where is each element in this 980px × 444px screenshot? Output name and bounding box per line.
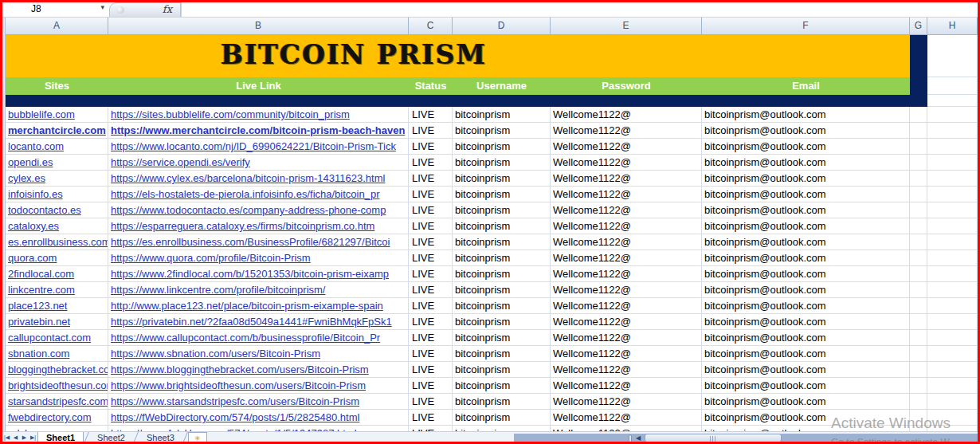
cell-email[interactable]: bitcoinprism@outlook.com: [702, 394, 910, 410]
cell-status[interactable]: LIVE: [409, 362, 453, 378]
cell-username[interactable]: bitcoinprism: [453, 202, 551, 218]
cell-empty-g[interactable]: [910, 266, 927, 282]
cell-site[interactable]: todocontacto.es: [6, 202, 108, 218]
column-header-d[interactable]: D: [453, 18, 551, 35]
cell-empty-h[interactable]: [927, 250, 978, 266]
cell-site[interactable]: es.enrollbusiness.com: [6, 234, 108, 250]
header-password[interactable]: Password: [551, 77, 702, 95]
cell-site[interactable]: starsandstripesfc.com: [6, 394, 108, 410]
column-header-f[interactable]: F: [702, 18, 910, 35]
cell-empty-h[interactable]: [927, 282, 978, 298]
cell-empty-h[interactable]: [927, 298, 978, 314]
cell-empty-h[interactable]: [927, 77, 978, 95]
cell-password[interactable]: Wellcome1122@: [551, 171, 702, 187]
cell-password[interactable]: Wellcome1122@: [551, 282, 702, 298]
cell-empty-h[interactable]: [927, 155, 978, 171]
cell-status[interactable]: LIVE: [409, 107, 453, 123]
cell-live-link[interactable]: https://els-hostalets-de-pierola.infoisi…: [108, 187, 409, 202]
cell-status[interactable]: LIVE: [409, 155, 453, 171]
cell-site[interactable]: fwebdirectory.com: [6, 410, 108, 426]
cell-username[interactable]: bitcoinprism: [453, 394, 551, 410]
column-header-g[interactable]: G: [910, 18, 927, 35]
cell-live-link[interactable]: https://www.quora.com/profile/Bitcoin-Pr…: [108, 250, 409, 266]
cell-email[interactable]: bitcoinprism@outlook.com: [702, 234, 910, 250]
cell-username[interactable]: bitcoinprism: [453, 410, 551, 426]
cell-empty-g[interactable]: [910, 123, 927, 139]
cell-empty-h[interactable]: [927, 171, 978, 187]
cell-email[interactable]: bitcoinprism@outlook.com: [702, 346, 910, 362]
cell-username[interactable]: bitcoinprism: [453, 123, 551, 139]
cell-empty-h[interactable]: [927, 234, 978, 250]
cell-username[interactable]: bitcoinprism: [453, 266, 551, 282]
horizontal-scrollbar[interactable]: ◀: [514, 434, 978, 442]
cell-username[interactable]: bitcoinprism: [453, 298, 551, 314]
cell-site[interactable]: bubblelife.com: [6, 107, 108, 123]
cell-password[interactable]: Wellcome1122@: [551, 139, 702, 155]
cell-live-link[interactable]: https://www.bloggingthebracket.com/users…: [108, 362, 409, 378]
cell-email[interactable]: bitcoinprism@outlook.com: [702, 171, 910, 187]
cell-password[interactable]: Wellcome1122@: [551, 187, 702, 202]
cell-empty-h[interactable]: [927, 187, 978, 202]
cell-live-link[interactable]: https://www.starsandstripesfc.com/users/…: [108, 394, 409, 410]
title-banner-cell[interactable]: BITCOIN PRISM: [6, 35, 910, 77]
cell-live-link[interactable]: https://www.linkcentre.com/profile/bitco…: [108, 282, 409, 298]
tab-sheet2[interactable]: Sheet2: [89, 432, 133, 443]
cell-status[interactable]: LIVE: [409, 234, 453, 250]
cell-empty-h[interactable]: [927, 346, 978, 362]
cell-password[interactable]: Wellcome1122@: [551, 410, 702, 426]
cell-status[interactable]: LIVE: [409, 346, 453, 362]
cell-empty-g[interactable]: [910, 346, 927, 362]
cell-live-link[interactable]: https://www.todocontacto.es/company-addr…: [108, 202, 409, 218]
tab-nav-next-icon[interactable]: ▶: [20, 432, 29, 443]
cell-site[interactable]: bloggingthebracket.com: [6, 362, 108, 378]
cell-status[interactable]: LIVE: [409, 314, 453, 330]
cell-password[interactable]: Wellcome1122@: [551, 378, 702, 394]
cell-email[interactable]: bitcoinprism@outlook.com: [702, 202, 910, 218]
cell-username[interactable]: bitcoinprism: [453, 234, 551, 250]
cell-live-link[interactable]: http://www.place123.net/place/bitcoin-pr…: [108, 298, 409, 314]
cell-empty-g[interactable]: [910, 378, 927, 394]
tab-nav-first-icon[interactable]: |◀: [2, 432, 11, 443]
column-header-a[interactable]: A: [6, 18, 108, 35]
chevron-down-icon[interactable]: ▾: [100, 3, 104, 11]
cell-empty-h[interactable]: [927, 394, 978, 410]
cell-email[interactable]: bitcoinprism@outlook.com: [702, 266, 910, 282]
column-header-e[interactable]: E: [551, 18, 702, 35]
cell-empty-g[interactable]: [910, 139, 927, 155]
cell-empty-h[interactable]: [927, 266, 978, 282]
cell-site[interactable]: locanto.com: [6, 139, 108, 155]
cell-username[interactable]: bitcoinprism: [453, 346, 551, 362]
cell-empty-h[interactable]: [927, 202, 978, 218]
cell-password[interactable]: Wellcome1122@: [551, 394, 702, 410]
cell-email[interactable]: bitcoinprism@outlook.com: [702, 218, 910, 234]
cell-empty-g[interactable]: [910, 282, 927, 298]
cell-empty-h[interactable]: [927, 362, 978, 378]
insert-function-area[interactable]: fx: [109, 2, 181, 17]
cell-empty-h[interactable]: [927, 410, 978, 426]
cell-password[interactable]: Wellcome1122@: [551, 362, 702, 378]
cell-live-link[interactable]: https://esparreguera.cataloxy.es/firms/b…: [108, 218, 409, 234]
cell-email[interactable]: bitcoinprism@outlook.com: [702, 250, 910, 266]
cell-site[interactable]: brightsideofthesun.com: [6, 378, 108, 394]
cell-live-link[interactable]: https://www.locanto.com/nj/ID_6990624221…: [108, 139, 409, 155]
cell-site[interactable]: linkcentre.com: [6, 282, 108, 298]
cell-empty-g[interactable]: [910, 298, 927, 314]
scrollbar-thumb[interactable]: [645, 434, 782, 442]
cell-status[interactable]: LIVE: [409, 298, 453, 314]
cell-live-link[interactable]: https://es.enrollbusiness.com/BusinessPr…: [108, 234, 409, 250]
cell-username[interactable]: bitcoinprism: [453, 314, 551, 330]
cell-password[interactable]: Wellcome1122@: [551, 123, 702, 139]
cell-empty-h[interactable]: [927, 218, 978, 234]
header-live-link[interactable]: Live Link: [108, 77, 409, 95]
cell-live-link[interactable]: https://service.opendi.es/verify: [108, 155, 409, 171]
tab-nav-prev-icon[interactable]: ◀: [11, 432, 20, 443]
cell-password[interactable]: Wellcome1122@: [551, 266, 702, 282]
cell-password[interactable]: Wellcome1122@: [551, 218, 702, 234]
cell-site[interactable]: quora.com: [6, 250, 108, 266]
cell-empty-g[interactable]: [910, 250, 927, 266]
column-header-b[interactable]: B: [108, 18, 409, 35]
cell-password[interactable]: Wellcome1122@: [551, 250, 702, 266]
cell-status[interactable]: LIVE: [409, 202, 453, 218]
cell-email[interactable]: bitcoinprism@outlook.com: [702, 298, 910, 314]
cell-status[interactable]: LIVE: [409, 394, 453, 410]
